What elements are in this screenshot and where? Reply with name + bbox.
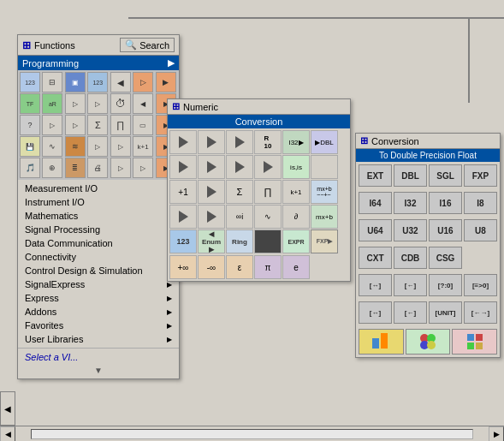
menu-item-instrument[interactable]: Instrument I/O — [18, 195, 179, 209]
icon-cell[interactable]: ▷ — [42, 115, 62, 135]
conv-cell-dbl[interactable]: DBL — [394, 164, 427, 187]
search-button[interactable]: 🔍 Search — [120, 38, 175, 52]
icon-cell[interactable]: 123 — [87, 72, 108, 92]
icon-cell[interactable]: 🎵 — [20, 158, 40, 178]
icon-cell[interactable]: ▷ — [87, 136, 108, 157]
num-cell[interactable]: ∂ — [282, 205, 310, 229]
menu-item-control[interactable]: Control Design & Simulation — [18, 264, 179, 277]
scroll-left-button[interactable]: ◀ — [0, 426, 15, 442]
conv-cell-i16[interactable]: I16 — [429, 192, 462, 214]
icon-cell[interactable]: ▭ — [133, 115, 153, 135]
programming-bar[interactable]: Programming ▶ — [18, 56, 179, 70]
icon-cell[interactable]: ▷ — [87, 93, 108, 114]
menu-item-data[interactable]: Data Communication — [18, 236, 179, 250]
num-cell[interactable] — [169, 155, 197, 179]
icon-cell[interactable]: ? — [20, 115, 40, 135]
conv-cell-u8[interactable]: U8 — [464, 219, 497, 241]
menu-item-favorites[interactable]: Favorites — [18, 319, 179, 332]
num-cell[interactable]: is,is — [282, 155, 310, 179]
num-cell-ring[interactable]: Ring — [226, 229, 253, 253]
conv-cell-i64[interactable]: I64 — [359, 192, 392, 214]
menu-item-express[interactable]: Express — [18, 291, 179, 305]
conv-cell-r6-1[interactable]: [←] — [394, 301, 427, 324]
icon-cell[interactable]: aR — [42, 93, 62, 114]
color-cell-2[interactable] — [406, 329, 451, 355]
conv-cell-u16[interactable]: U16 — [429, 219, 462, 241]
num-cell[interactable] — [198, 130, 225, 154]
icon-cell[interactable]: ▷ — [65, 93, 86, 114]
icon-cell[interactable]: 123 — [20, 72, 40, 92]
conv-cell-r5-1[interactable]: [←] — [394, 274, 427, 296]
conv-cell-r5-0[interactable]: [↔] — [359, 274, 392, 296]
num-cell-fxp[interactable]: FXP▶ — [311, 229, 338, 253]
icon-cell[interactable]: ▷ — [133, 158, 153, 178]
color-cell-1[interactable] — [359, 329, 404, 355]
num-cell[interactable] — [311, 155, 338, 179]
conv-cell-r6-0[interactable]: [↔] — [359, 301, 392, 324]
num-cell[interactable]: ▶DBL — [311, 130, 338, 154]
num-cell[interactable]: R10 — [254, 130, 282, 154]
menu-item-mathematics[interactable]: Mathematics — [18, 209, 179, 223]
left-arrow-panel[interactable]: ◀ — [0, 391, 15, 426]
num-cell-expr[interactable]: EXPR — [282, 229, 310, 253]
conv-cell-ext[interactable]: EXT — [359, 164, 392, 187]
menu-item-select-vi[interactable]: Select a VI... — [18, 350, 179, 364]
scrollbar-track[interactable] — [31, 429, 473, 439]
conv-cell-i8[interactable]: I8 — [464, 192, 497, 214]
num-cell-e[interactable]: e — [282, 255, 310, 279]
num-cell[interactable]: I32▶ — [282, 130, 310, 154]
num-cell[interactable]: ∿ — [254, 205, 282, 229]
conv-cell-csg[interactable]: CSG — [429, 247, 462, 269]
icon-cell[interactable]: ≋ — [65, 136, 86, 157]
num-cell-posinf[interactable]: +∞ — [169, 255, 197, 279]
num-cell[interactable] — [226, 130, 253, 154]
conv-cell-u64[interactable]: U64 — [359, 219, 392, 241]
icon-cell[interactable]: ∏ — [110, 115, 131, 135]
icon-cell[interactable]: TF — [20, 93, 40, 114]
conv-cell-r6-3[interactable]: [←→] — [464, 301, 497, 324]
icon-cell[interactable]: ▷ — [110, 136, 131, 157]
num-cell[interactable] — [198, 180, 225, 204]
icon-cell[interactable]: 🖨 — [87, 158, 108, 178]
num-cell-eps[interactable]: ε — [226, 255, 253, 279]
conv-cell-cdb[interactable]: CDB — [394, 247, 427, 269]
menu-item-connectivity[interactable]: Connectivity — [18, 250, 179, 264]
icon-cell[interactable]: ▷ — [133, 72, 153, 92]
num-cell[interactable] — [198, 155, 225, 179]
conv-cell-sgl[interactable]: SGL — [429, 164, 462, 187]
icon-cell[interactable]: ▶ — [156, 72, 176, 92]
icon-cell[interactable]: ⏱ — [110, 93, 131, 114]
menu-item-userlibs[interactable]: User Libraries — [18, 332, 179, 346]
conv-cell-cxt[interactable]: CXT — [359, 247, 392, 269]
num-cell[interactable]: Σ — [226, 180, 253, 204]
num-cell-pi[interactable]: π — [254, 255, 282, 279]
icon-cell[interactable]: ∿ — [42, 136, 62, 157]
icon-cell[interactable]: ≣ — [65, 158, 86, 178]
num-cell[interactable]: k+1 — [282, 180, 310, 204]
icon-cell[interactable]: ▷ — [65, 115, 86, 135]
color-cell-3[interactable] — [452, 329, 497, 355]
num-cell[interactable] — [226, 155, 253, 179]
conv-cell-fxp[interactable]: FXP — [464, 164, 497, 187]
num-cell[interactable] — [198, 205, 225, 229]
icon-cell[interactable]: ▷ — [110, 158, 131, 178]
icon-cell[interactable]: Σ — [87, 115, 108, 135]
num-cell[interactable] — [169, 205, 197, 229]
num-cell-enum[interactable]: ◀ Enum ▶ — [198, 229, 225, 253]
menu-item-measurement[interactable]: Measurement I/O — [18, 182, 179, 195]
menu-item-addons[interactable]: Addons — [18, 305, 179, 319]
conv-cell-r5-3[interactable]: [≡>0] — [464, 274, 497, 296]
icon-cell[interactable]: ⊕ — [42, 158, 62, 178]
conv-cell-r5-2[interactable]: [?:0] — [429, 274, 462, 296]
conv-cell-i32[interactable]: I32 — [394, 192, 427, 214]
icon-cell[interactable]: ◀ — [110, 72, 131, 92]
num-cell[interactable]: ∞i — [226, 205, 253, 229]
conv-cell-u32[interactable]: U32 — [394, 219, 427, 241]
menu-item-signalexpress[interactable]: SignalExpress — [18, 277, 179, 291]
icon-cell[interactable]: ◀ — [133, 93, 153, 114]
icon-cell[interactable]: k+1 — [133, 136, 153, 157]
icon-cell[interactable]: 💾 — [20, 136, 40, 157]
num-cell[interactable] — [254, 155, 282, 179]
menu-item-signal[interactable]: Signal Processing — [18, 223, 179, 236]
icon-cell[interactable]: ▣ — [65, 72, 86, 92]
